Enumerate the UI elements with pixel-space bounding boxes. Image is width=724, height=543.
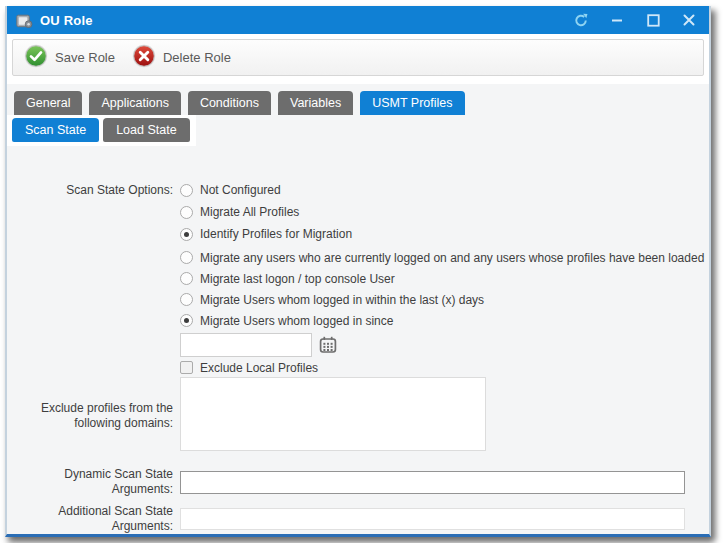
radio-icon[interactable]	[180, 314, 193, 327]
window-title: OU Role	[40, 13, 93, 28]
close-icon[interactable]	[682, 13, 696, 27]
save-role-button[interactable]: Save Role	[19, 41, 127, 74]
scan-state-options-label: Scan State Options:	[7, 179, 173, 201]
delete-x-icon	[132, 44, 156, 71]
tab-conditions[interactable]: Conditions	[188, 91, 271, 115]
logged-in-since-date-row	[180, 333, 704, 357]
subtab-scan-state[interactable]: Scan State	[12, 118, 99, 142]
titlebar: OU Role	[7, 6, 709, 34]
radio-label: Migrate Users whom logged in since	[200, 314, 393, 328]
radio-migrate-current-users[interactable]: Migrate any users who are currently logg…	[180, 247, 704, 268]
dynamic-args-input[interactable]	[180, 471, 685, 494]
radio-identify-profiles[interactable]: Identify Profiles for Migration	[180, 223, 352, 245]
radio-label: Migrate All Profiles	[200, 205, 299, 219]
minimize-icon[interactable]	[610, 13, 624, 27]
calendar-icon[interactable]	[319, 336, 337, 354]
exclude-domains-label: Exclude profiles from the following doma…	[7, 401, 173, 431]
main-tabs: General Applications Conditions Variable…	[7, 84, 709, 115]
subtab-row: Scan State Load State	[7, 115, 709, 146]
radio-migrate-since[interactable]: Migrate Users whom logged in since	[180, 310, 704, 331]
radio-group-2: Migrate any users who are currently logg…	[180, 247, 704, 375]
subtab-strip: Scan State Load State	[7, 115, 196, 146]
subtab-load-state[interactable]: Load State	[103, 118, 189, 142]
additional-args-input[interactable]	[180, 508, 685, 530]
radio-icon[interactable]	[180, 206, 193, 219]
dynamic-args-label: Dynamic Scan State Arguments:	[7, 467, 173, 497]
radio-migrate-last-logon[interactable]: Migrate last logon / top console User	[180, 268, 704, 289]
radio-label: Not Configured	[200, 183, 281, 197]
radio-icon[interactable]	[180, 293, 193, 306]
exclude-domains-textarea[interactable]	[180, 377, 486, 451]
app-box-icon	[16, 13, 33, 28]
content-panel: General Applications Conditions Variable…	[7, 84, 709, 534]
tab-variables[interactable]: Variables	[278, 91, 353, 115]
save-role-label: Save Role	[55, 50, 115, 65]
radio-not-configured[interactable]: Not Configured	[180, 179, 352, 201]
radio-icon[interactable]	[180, 228, 193, 241]
radio-label: Identify Profiles for Migration	[200, 227, 352, 241]
tab-usmt-profiles[interactable]: USMT Profiles	[360, 91, 464, 115]
save-check-icon	[24, 44, 48, 71]
radio-migrate-last-x-days[interactable]: Migrate Users whom logged in within the …	[180, 289, 704, 310]
additional-args-label: Additional Scan State Arguments:	[7, 504, 173, 534]
radio-icon[interactable]	[180, 251, 193, 264]
delete-role-label: Delete Role	[163, 50, 231, 65]
refresh-icon[interactable]	[574, 13, 588, 27]
radio-label: Migrate last logon / top console User	[200, 272, 395, 286]
checkbox-icon[interactable]	[180, 361, 193, 374]
tab-general[interactable]: General	[14, 91, 82, 115]
radio-label: Migrate any users who are currently logg…	[200, 251, 704, 265]
tab-applications[interactable]: Applications	[89, 91, 180, 115]
maximize-icon[interactable]	[646, 13, 660, 27]
delete-role-button[interactable]: Delete Role	[127, 41, 243, 74]
radio-group-1: Not Configured Migrate All Profiles Iden…	[180, 179, 352, 245]
exclude-local-profiles-option[interactable]: Exclude Local Profiles	[180, 360, 704, 375]
radio-migrate-all-profiles[interactable]: Migrate All Profiles	[180, 201, 352, 223]
scan-state-form: Scan State Options: Not Configured Migra…	[7, 146, 709, 534]
radio-icon[interactable]	[180, 184, 193, 197]
logged-in-since-date-input[interactable]	[180, 333, 312, 357]
radio-label: Migrate Users whom logged in within the …	[200, 293, 484, 307]
radio-icon[interactable]	[180, 272, 193, 285]
toolbar: Save Role Delete Role	[12, 39, 704, 76]
ou-role-window: OU Role	[5, 6, 711, 537]
checkbox-label: Exclude Local Profiles	[200, 361, 318, 375]
